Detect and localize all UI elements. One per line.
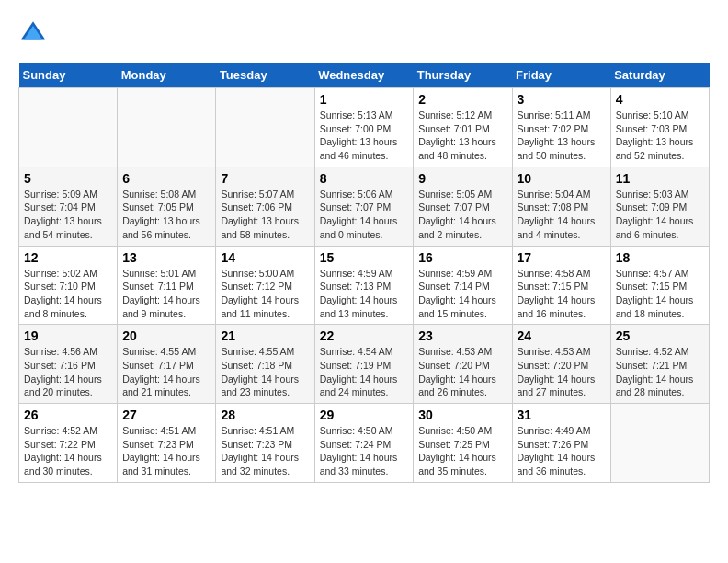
day-info: Sunrise: 5:13 AM Sunset: 7:00 PM Dayligh… (320, 109, 409, 163)
weekday-header: Monday (118, 63, 216, 88)
calendar-table: SundayMondayTuesdayWednesdayThursdayFrid… (18, 63, 710, 483)
day-info: Sunrise: 4:59 AM Sunset: 7:13 PM Dayligh… (320, 267, 409, 321)
day-number: 25 (616, 328, 704, 343)
day-info: Sunrise: 5:02 AM Sunset: 7:10 PM Dayligh… (24, 267, 112, 321)
day-number: 11 (616, 171, 704, 186)
page-header (18, 18, 710, 48)
day-info: Sunrise: 4:55 AM Sunset: 7:17 PM Dayligh… (122, 345, 210, 399)
day-info: Sunrise: 5:00 AM Sunset: 7:12 PM Dayligh… (221, 267, 309, 321)
calendar-cell: 25Sunrise: 4:52 AM Sunset: 7:21 PM Dayli… (610, 325, 709, 404)
calendar-cell: 30Sunrise: 4:50 AM Sunset: 7:25 PM Dayli… (414, 404, 512, 483)
calendar-cell: 20Sunrise: 4:55 AM Sunset: 7:17 PM Dayli… (118, 325, 216, 404)
day-info: Sunrise: 4:52 AM Sunset: 7:21 PM Dayligh… (616, 345, 704, 399)
calendar-cell: 14Sunrise: 5:00 AM Sunset: 7:12 PM Dayli… (216, 246, 314, 325)
calendar-cell (118, 88, 216, 167)
calendar-cell: 16Sunrise: 4:59 AM Sunset: 7:14 PM Dayli… (414, 246, 512, 325)
calendar-cell: 24Sunrise: 4:53 AM Sunset: 7:20 PM Dayli… (512, 325, 610, 404)
day-number: 19 (24, 328, 112, 343)
calendar-week-row: 1Sunrise: 5:13 AM Sunset: 7:00 PM Daylig… (19, 88, 710, 167)
weekday-header: Friday (512, 63, 610, 88)
day-number: 1 (320, 92, 409, 107)
weekday-header: Saturday (610, 63, 709, 88)
calendar-cell: 9Sunrise: 5:05 AM Sunset: 7:07 PM Daylig… (414, 167, 512, 246)
day-info: Sunrise: 5:08 AM Sunset: 7:05 PM Dayligh… (122, 188, 210, 242)
day-info: Sunrise: 5:09 AM Sunset: 7:04 PM Dayligh… (24, 188, 112, 242)
calendar-cell: 27Sunrise: 4:51 AM Sunset: 7:23 PM Dayli… (118, 404, 216, 483)
calendar-cell: 28Sunrise: 4:51 AM Sunset: 7:23 PM Dayli… (216, 404, 314, 483)
day-number: 13 (122, 250, 210, 265)
day-number: 7 (221, 171, 309, 186)
day-info: Sunrise: 5:04 AM Sunset: 7:08 PM Dayligh… (518, 188, 606, 242)
calendar-week-row: 5Sunrise: 5:09 AM Sunset: 7:04 PM Daylig… (19, 167, 710, 246)
calendar-cell (19, 88, 118, 167)
day-number: 26 (24, 408, 112, 422)
day-info: Sunrise: 5:03 AM Sunset: 7:09 PM Dayligh… (616, 188, 704, 242)
day-number: 10 (518, 171, 606, 186)
calendar-cell: 17Sunrise: 4:58 AM Sunset: 7:15 PM Dayli… (512, 246, 610, 325)
calendar-cell: 31Sunrise: 4:49 AM Sunset: 7:26 PM Dayli… (512, 404, 610, 483)
day-number: 27 (122, 408, 210, 422)
day-number: 30 (418, 408, 506, 422)
calendar-week-row: 19Sunrise: 4:56 AM Sunset: 7:16 PM Dayli… (19, 325, 710, 404)
calendar-cell: 26Sunrise: 4:52 AM Sunset: 7:22 PM Dayli… (19, 404, 118, 483)
day-info: Sunrise: 4:52 AM Sunset: 7:22 PM Dayligh… (24, 424, 112, 478)
calendar-cell: 13Sunrise: 5:01 AM Sunset: 7:11 PM Dayli… (118, 246, 216, 325)
day-info: Sunrise: 4:54 AM Sunset: 7:19 PM Dayligh… (320, 345, 409, 399)
day-info: Sunrise: 4:50 AM Sunset: 7:25 PM Dayligh… (418, 424, 506, 478)
day-info: Sunrise: 4:56 AM Sunset: 7:16 PM Dayligh… (24, 345, 112, 399)
calendar-cell: 15Sunrise: 4:59 AM Sunset: 7:13 PM Dayli… (314, 246, 414, 325)
day-number: 23 (418, 328, 506, 343)
day-number: 18 (616, 250, 704, 265)
day-number: 6 (122, 171, 210, 186)
day-number: 2 (418, 92, 506, 107)
day-info: Sunrise: 4:49 AM Sunset: 7:26 PM Dayligh… (518, 424, 606, 478)
day-number: 8 (320, 171, 409, 186)
day-info: Sunrise: 5:06 AM Sunset: 7:07 PM Dayligh… (320, 188, 409, 242)
day-number: 21 (221, 328, 309, 343)
calendar-cell: 6Sunrise: 5:08 AM Sunset: 7:05 PM Daylig… (118, 167, 216, 246)
calendar-cell: 12Sunrise: 5:02 AM Sunset: 7:10 PM Dayli… (19, 246, 118, 325)
day-number: 4 (616, 92, 704, 107)
calendar-cell: 8Sunrise: 5:06 AM Sunset: 7:07 PM Daylig… (314, 167, 414, 246)
day-info: Sunrise: 4:51 AM Sunset: 7:23 PM Dayligh… (122, 424, 210, 478)
calendar-cell: 22Sunrise: 4:54 AM Sunset: 7:19 PM Dayli… (314, 325, 414, 404)
header-row: SundayMondayTuesdayWednesdayThursdayFrid… (19, 63, 710, 88)
calendar-cell: 23Sunrise: 4:53 AM Sunset: 7:20 PM Dayli… (414, 325, 512, 404)
calendar-cell: 7Sunrise: 5:07 AM Sunset: 7:06 PM Daylig… (216, 167, 314, 246)
day-number: 22 (320, 328, 409, 343)
logo (18, 18, 50, 48)
calendar-cell: 21Sunrise: 4:55 AM Sunset: 7:18 PM Dayli… (216, 325, 314, 404)
calendar-cell: 19Sunrise: 4:56 AM Sunset: 7:16 PM Dayli… (19, 325, 118, 404)
day-info: Sunrise: 5:01 AM Sunset: 7:11 PM Dayligh… (122, 267, 210, 321)
day-info: Sunrise: 4:53 AM Sunset: 7:20 PM Dayligh… (418, 345, 506, 399)
day-number: 20 (122, 328, 210, 343)
day-number: 14 (221, 250, 309, 265)
day-info: Sunrise: 4:59 AM Sunset: 7:14 PM Dayligh… (418, 267, 506, 321)
day-number: 28 (221, 408, 309, 422)
day-info: Sunrise: 4:57 AM Sunset: 7:15 PM Dayligh… (616, 267, 704, 321)
day-number: 12 (24, 250, 112, 265)
day-info: Sunrise: 5:11 AM Sunset: 7:02 PM Dayligh… (518, 109, 606, 163)
day-info: Sunrise: 4:51 AM Sunset: 7:23 PM Dayligh… (221, 424, 309, 478)
day-number: 5 (24, 171, 112, 186)
day-info: Sunrise: 4:55 AM Sunset: 7:18 PM Dayligh… (221, 345, 309, 399)
day-number: 24 (518, 328, 606, 343)
calendar-cell: 10Sunrise: 5:04 AM Sunset: 7:08 PM Dayli… (512, 167, 610, 246)
calendar-cell (610, 404, 709, 483)
day-number: 31 (518, 408, 606, 422)
calendar-header: SundayMondayTuesdayWednesdayThursdayFrid… (19, 63, 710, 88)
day-info: Sunrise: 4:50 AM Sunset: 7:24 PM Dayligh… (320, 424, 409, 478)
calendar-week-row: 12Sunrise: 5:02 AM Sunset: 7:10 PM Dayli… (19, 246, 710, 325)
day-info: Sunrise: 5:12 AM Sunset: 7:01 PM Dayligh… (418, 109, 506, 163)
calendar-cell: 4Sunrise: 5:10 AM Sunset: 7:03 PM Daylig… (610, 88, 709, 167)
day-info: Sunrise: 5:05 AM Sunset: 7:07 PM Dayligh… (418, 188, 506, 242)
calendar-cell: 3Sunrise: 5:11 AM Sunset: 7:02 PM Daylig… (512, 88, 610, 167)
weekday-header: Tuesday (216, 63, 314, 88)
calendar-cell: 11Sunrise: 5:03 AM Sunset: 7:09 PM Dayli… (610, 167, 709, 246)
calendar-cell: 1Sunrise: 5:13 AM Sunset: 7:00 PM Daylig… (314, 88, 414, 167)
day-info: Sunrise: 4:58 AM Sunset: 7:15 PM Dayligh… (518, 267, 606, 321)
day-info: Sunrise: 5:10 AM Sunset: 7:03 PM Dayligh… (616, 109, 704, 163)
day-number: 16 (418, 250, 506, 265)
day-number: 29 (320, 408, 409, 422)
weekday-header: Wednesday (314, 63, 414, 88)
